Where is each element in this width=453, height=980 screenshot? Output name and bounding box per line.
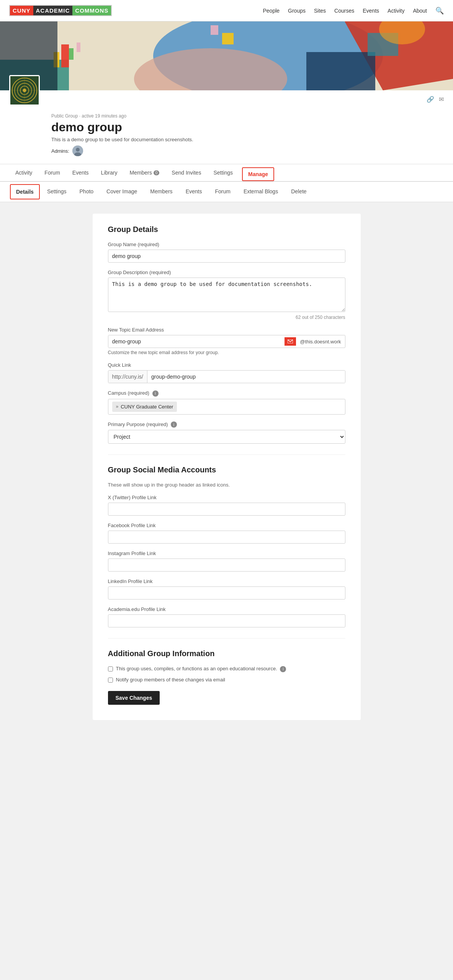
campus-wrap: » CUNY Graduate Center bbox=[108, 399, 345, 415]
primary-purpose-select[interactable]: Project Interest Group Course Committee … bbox=[108, 430, 345, 444]
admins-label: Admins: bbox=[51, 148, 69, 154]
additional-info-title: Additional Group Information bbox=[108, 649, 345, 658]
nav-about[interactable]: About bbox=[413, 8, 427, 14]
instagram-input[interactable] bbox=[108, 559, 345, 572]
top-navigation: CUNYACADEMICCOMMONS People Groups Sites … bbox=[0, 0, 453, 21]
site-logo[interactable]: CUNYACADEMICCOMMONS bbox=[9, 5, 112, 16]
sub-tabs: Details Settings Photo Cover Image Membe… bbox=[0, 182, 453, 202]
purpose-info-icon[interactable]: i bbox=[171, 421, 177, 428]
logo-commons: COMMONS bbox=[72, 6, 111, 15]
search-icon[interactable]: 🔍 bbox=[435, 7, 444, 15]
group-title: demo group bbox=[51, 120, 444, 134]
divider-1 bbox=[108, 454, 345, 455]
svg-rect-8 bbox=[69, 48, 74, 60]
group-name-label: Group Name (required) bbox=[108, 242, 345, 247]
nav-sites[interactable]: Sites bbox=[314, 8, 326, 14]
notify-checkbox[interactable] bbox=[108, 678, 113, 683]
oer-info-icon[interactable]: i bbox=[280, 666, 286, 672]
group-desc-label: Group Description (required) bbox=[108, 270, 345, 275]
group-status: Public Group · active 19 minutes ago bbox=[51, 113, 444, 119]
logo-academic: ACADEMIC bbox=[33, 6, 73, 15]
group-avatar bbox=[9, 75, 40, 106]
group-name-group: Group Name (required) bbox=[108, 242, 345, 263]
group-name-input[interactable] bbox=[108, 250, 345, 263]
tab-send-invites[interactable]: Send Invites bbox=[165, 164, 207, 182]
tab-members[interactable]: Members 0 bbox=[123, 164, 165, 182]
svg-rect-4 bbox=[306, 52, 375, 90]
group-desc-group: Group Description (required) This is a d… bbox=[108, 270, 345, 320]
page-content: Group Details Group Name (required) Grou… bbox=[93, 214, 361, 720]
save-changes-button[interactable]: Save Changes bbox=[108, 691, 160, 705]
quick-link-group: Quick Link http://cuny.is/ bbox=[108, 362, 345, 383]
subtab-forum[interactable]: Forum bbox=[209, 184, 236, 199]
group-desc-textarea[interactable]: This is a demo group to be used for docu… bbox=[108, 278, 345, 312]
subtab-events[interactable]: Events bbox=[180, 184, 208, 199]
svg-rect-11 bbox=[222, 33, 234, 44]
campus-label: Campus (required) i bbox=[108, 390, 345, 397]
nav-people[interactable]: People bbox=[263, 8, 280, 14]
subtab-cover-image[interactable]: Cover Image bbox=[101, 184, 143, 199]
academia-label: Academia.edu Profile Link bbox=[108, 606, 345, 612]
campus-remove-icon[interactable]: » bbox=[116, 404, 119, 409]
group-header: 🔗 ✉ Public Group · active 19 minutes ago… bbox=[0, 90, 453, 164]
subtab-settings[interactable]: Settings bbox=[41, 184, 72, 199]
subtab-photo[interactable]: Photo bbox=[74, 184, 100, 199]
quick-link-input[interactable] bbox=[147, 371, 345, 383]
tab-forum[interactable]: Forum bbox=[38, 164, 66, 182]
email-group: New Topic Email Address @this.doesnt.wor… bbox=[108, 327, 345, 355]
twitter-input[interactable] bbox=[108, 503, 345, 516]
nav-activity[interactable]: Activity bbox=[388, 8, 404, 14]
link-icon[interactable]: 🔗 bbox=[427, 96, 434, 103]
email-input[interactable] bbox=[108, 335, 285, 348]
oer-checkbox[interactable] bbox=[108, 666, 113, 671]
primary-purpose-label: Primary Purpose (required) i bbox=[108, 421, 345, 428]
academia-input[interactable] bbox=[108, 614, 345, 627]
email-help: Customize the new topic email address fo… bbox=[108, 350, 345, 355]
subtab-members[interactable]: Members bbox=[144, 184, 178, 199]
svg-rect-12 bbox=[211, 25, 218, 35]
facebook-input[interactable] bbox=[108, 531, 345, 544]
svg-point-24 bbox=[76, 148, 80, 152]
email-label: New Topic Email Address bbox=[108, 327, 345, 333]
academia-group: Academia.edu Profile Link bbox=[108, 606, 345, 627]
group-details-title: Group Details bbox=[108, 225, 345, 234]
tab-events[interactable]: Events bbox=[66, 164, 95, 182]
tab-library[interactable]: Library bbox=[95, 164, 124, 182]
linkedin-input[interactable] bbox=[108, 586, 345, 599]
email-suffix: @this.doesnt.work bbox=[296, 336, 345, 348]
group-admins: Admins: bbox=[51, 145, 444, 156]
group-description: This is a demo group to be used for docu… bbox=[51, 137, 444, 142]
primary-purpose-group: Primary Purpose (required) i Project Int… bbox=[108, 421, 345, 444]
facebook-label: Facebook Profile Link bbox=[108, 523, 345, 528]
notify-checkbox-label[interactable]: Notify group members of these changes vi… bbox=[116, 677, 225, 683]
email-field-wrap: @this.doesnt.work bbox=[108, 335, 345, 348]
subtab-external-blogs[interactable]: External Blogs bbox=[238, 184, 284, 199]
cover-image bbox=[0, 21, 453, 90]
social-desc: These will show up in the group header a… bbox=[108, 482, 345, 488]
admin-avatar[interactable] bbox=[72, 145, 83, 156]
nav-courses[interactable]: Courses bbox=[334, 8, 354, 14]
linkedin-group: LinkedIn Profile Link bbox=[108, 578, 345, 599]
tab-settings[interactable]: Settings bbox=[207, 164, 239, 182]
notify-checkbox-group: Notify group members of these changes vi… bbox=[108, 677, 345, 683]
group-meta: Public Group · active 19 minutes ago dem… bbox=[9, 109, 444, 156]
nav-events[interactable]: Events bbox=[363, 8, 379, 14]
campus-info-icon[interactable]: i bbox=[152, 390, 159, 397]
campus-group: Campus (required) i » CUNY Graduate Cent… bbox=[108, 390, 345, 415]
twitter-label: X (Twitter) Profile Link bbox=[108, 495, 345, 500]
logo-cuny: CUNY bbox=[10, 6, 33, 15]
tab-activity[interactable]: Activity bbox=[9, 164, 38, 182]
divider-2 bbox=[108, 638, 345, 639]
subtab-delete[interactable]: Delete bbox=[285, 184, 312, 199]
quick-link-prefix: http://cuny.is/ bbox=[108, 371, 147, 383]
quick-link-label: Quick Link bbox=[108, 362, 345, 368]
svg-rect-6 bbox=[61, 44, 69, 67]
campus-tag: » CUNY Graduate Center bbox=[112, 402, 177, 412]
tab-manage[interactable]: Manage bbox=[242, 167, 274, 181]
oer-checkbox-label[interactable]: This group uses, compiles, or functions … bbox=[116, 666, 286, 672]
mail-icon[interactable]: ✉ bbox=[439, 96, 444, 103]
header-icons: 🔗 ✉ bbox=[427, 96, 444, 103]
linkedin-label: LinkedIn Profile Link bbox=[108, 578, 345, 584]
nav-groups[interactable]: Groups bbox=[288, 8, 306, 14]
subtab-details[interactable]: Details bbox=[10, 184, 40, 199]
